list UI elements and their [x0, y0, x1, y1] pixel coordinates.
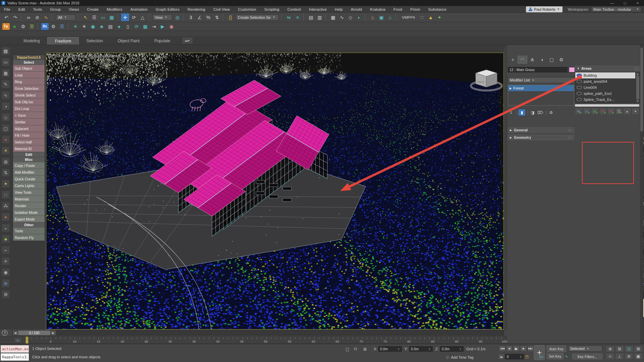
- side-world-icon[interactable]: ⊚: [2, 279, 10, 287]
- pin-stack-icon[interactable]: ⇩: [508, 109, 515, 116]
- user-account-button[interactable]: Paul Roberts ▼: [526, 6, 562, 12]
- align-icon[interactable]: ≡: [293, 13, 302, 21]
- tab-modeling[interactable]: Modeling: [16, 37, 47, 45]
- scroll-up-icon[interactable]: ▲: [637, 73, 639, 75]
- selection-lock-icon[interactable]: ⊓: [352, 346, 359, 352]
- tab-object-paint[interactable]: Object Paint: [110, 37, 147, 45]
- rappatools-button-cams-lights[interactable]: Cams Lights: [13, 182, 45, 189]
- rappatools-button-add-modifier[interactable]: Add Modifier: [13, 169, 45, 175]
- show-end-result-icon[interactable]: ▮: [519, 109, 525, 116]
- rappatools-button-shrink-select[interactable]: Shrink Select: [13, 92, 45, 98]
- mini-curve-editor-icon[interactable]: ∿: [14, 338, 21, 343]
- select-and-scale-icon[interactable]: △: [139, 13, 147, 21]
- side-sphere-icon[interactable]: ●: [2, 135, 10, 143]
- coord-x-field[interactable]: 0.0m▲▼: [378, 346, 402, 352]
- tab-freeform[interactable]: Freeform: [47, 37, 79, 45]
- export-box-icon[interactable]: ⇥: [150, 22, 158, 30]
- arnold-render-icon[interactable]: ✦: [435, 13, 443, 21]
- side-bone-icon[interactable]: ⌁: [2, 246, 10, 254]
- menu-content[interactable]: Content: [283, 6, 305, 13]
- spinner-snap-icon[interactable]: ⇅: [213, 13, 221, 21]
- forest-objects-icon[interactable]: ♣: [10, 22, 18, 30]
- percent-snap-icon[interactable]: %: [204, 13, 212, 21]
- side-magnet-icon[interactable]: ◒: [2, 224, 10, 232]
- add-time-tag[interactable]: ◇ Add Time Tag: [446, 355, 474, 359]
- layers-icon[interactable]: ▦: [141, 22, 149, 30]
- area-item-building[interactable]: Building: [575, 72, 635, 78]
- motion-tab[interactable]: ◑: [537, 56, 547, 64]
- rappatools-button-dot-loop[interactable]: Dot Loop: [13, 105, 45, 112]
- snaps-toggle-icon[interactable]: 3: [187, 13, 195, 21]
- railclone-lister-icon[interactable]: ☰: [58, 22, 66, 30]
- rappatools-button-random-fly[interactable]: Random Fly: [13, 234, 45, 241]
- schematic-view-icon[interactable]: ◇: [346, 13, 355, 21]
- scrollbar-thumb[interactable]: [636, 76, 639, 99]
- light-bulb-icon[interactable]: ☀: [71, 22, 79, 30]
- menu-customize[interactable]: Customize: [234, 6, 260, 13]
- side-config-icon[interactable]: ⚙: [2, 290, 10, 298]
- go-to-end-icon[interactable]: ▶▶|: [527, 346, 534, 352]
- zoom-icon[interactable]: ⊕: [606, 346, 614, 352]
- panel-scrollbar-thumb[interactable]: [640, 48, 643, 131]
- undo-icon[interactable]: ↶: [2, 13, 10, 21]
- hierarchy-tab[interactable]: ⋔: [527, 56, 537, 64]
- scene-explorer-icon[interactable]: ▤: [307, 13, 315, 21]
- add-forest-area-icon[interactable]: ♣+: [591, 108, 598, 115]
- render-elements-icon[interactable]: ∷: [418, 13, 426, 21]
- add-object-area-icon[interactable]: ●+: [583, 108, 590, 115]
- named-selection-dropdown[interactable]: Create Selection Se▼: [236, 14, 279, 20]
- add-paint-area-icon[interactable]: ✎+: [599, 108, 606, 115]
- maximize-button[interactable]: □: [619, 0, 631, 6]
- default-in-out-tangent-icon[interactable]: ∿: [565, 354, 568, 359]
- menu-arnold[interactable]: Arnold: [347, 6, 366, 13]
- camera-add-icon[interactable]: ◉: [167, 22, 175, 30]
- menu-civil-view[interactable]: Civil View: [209, 6, 234, 13]
- menu-prism[interactable]: Prism: [406, 6, 424, 13]
- tab-selection[interactable]: Selection: [79, 37, 110, 45]
- menu-views[interactable]: Views: [65, 6, 83, 13]
- track-bar[interactable]: ∿ 05101520253035404550556065707580859095…: [0, 336, 507, 344]
- redo-icon[interactable]: ↷: [11, 13, 19, 21]
- layer-explorer-icon[interactable]: ▥: [316, 13, 324, 21]
- menu-krakatoa[interactable]: Krakatoa: [366, 6, 389, 13]
- camera-icon[interactable]: ◉: [89, 22, 97, 30]
- transform-type-in-icon[interactable]: ⊞: [362, 346, 368, 352]
- side-dots-icon[interactable]: ∷: [2, 191, 10, 199]
- auto-key-button[interactable]: Auto Key: [547, 346, 566, 352]
- rappatools-button-loop[interactable]: Loop: [13, 71, 45, 78]
- viewport-label[interactable]: [+] [Perspective] [User Defined] [Wirefr…: [49, 54, 120, 58]
- viewport-canvas[interactable]: [46, 53, 503, 329]
- menu-help[interactable]: Help: [331, 6, 347, 13]
- object-name-field[interactable]: 12 - Main Grass: [508, 67, 568, 72]
- modifier-list-dropdown[interactable]: Modifier List ▼: [508, 77, 574, 83]
- area-item-spline-path-excl[interactable]: spline_path_Excl: [575, 90, 635, 97]
- menu-substance[interactable]: Substance: [424, 6, 450, 13]
- rappatools-button--save[interactable]: + Save: [13, 112, 45, 118]
- use-pivot-point-icon[interactable]: ◎: [173, 13, 181, 21]
- side-extrude-icon[interactable]: ⇅: [2, 169, 10, 177]
- ribbon-toggle-icon[interactable]: ▦: [329, 13, 337, 21]
- menu-animation[interactable]: Animation: [126, 6, 152, 13]
- modifier-stack-item-forest[interactable]: ▶ Forest: [508, 85, 574, 91]
- trees-icon[interactable]: ♣: [98, 22, 106, 30]
- rappatools-button-tools[interactable]: Tools: [13, 227, 45, 234]
- delete-area-icon[interactable]: ✕+: [607, 108, 614, 115]
- maximize-viewport-icon[interactable]: ▣: [634, 353, 643, 360]
- rollout-general[interactable]: ▶ General ∷∷: [508, 127, 574, 133]
- rappatools-button-fill-hole[interactable]: Fill / Hole: [13, 132, 45, 138]
- maxscript-listener-line-2[interactable]: RappaTools3.: [1, 353, 29, 361]
- key-filters-button[interactable]: Key Filters...: [572, 354, 602, 359]
- railclone-tools-icon[interactable]: ⚙: [49, 22, 57, 30]
- reference-coordinate-dropdown[interactable]: View▼: [153, 14, 172, 20]
- remove-modifier-icon[interactable]: ⌦: [537, 109, 544, 116]
- create-tab[interactable]: +: [508, 56, 518, 64]
- add-spline-area-icon[interactable]: ∿+: [575, 108, 582, 115]
- rappatools-button-grow-selection[interactable]: Grow Selection: [13, 85, 45, 92]
- menu-file[interactable]: File: [0, 6, 14, 13]
- bind-to-space-warp-icon[interactable]: ∿: [42, 13, 50, 21]
- set-key-button[interactable]: Set Key: [547, 353, 564, 359]
- rendered-frame-icon[interactable]: ▣: [377, 13, 385, 21]
- rollout-areas[interactable]: ▼ Areas ∷∷: [575, 66, 640, 71]
- next-frame-icon[interactable]: |▶: [520, 346, 527, 352]
- modify-tab[interactable]: ◠: [518, 56, 527, 64]
